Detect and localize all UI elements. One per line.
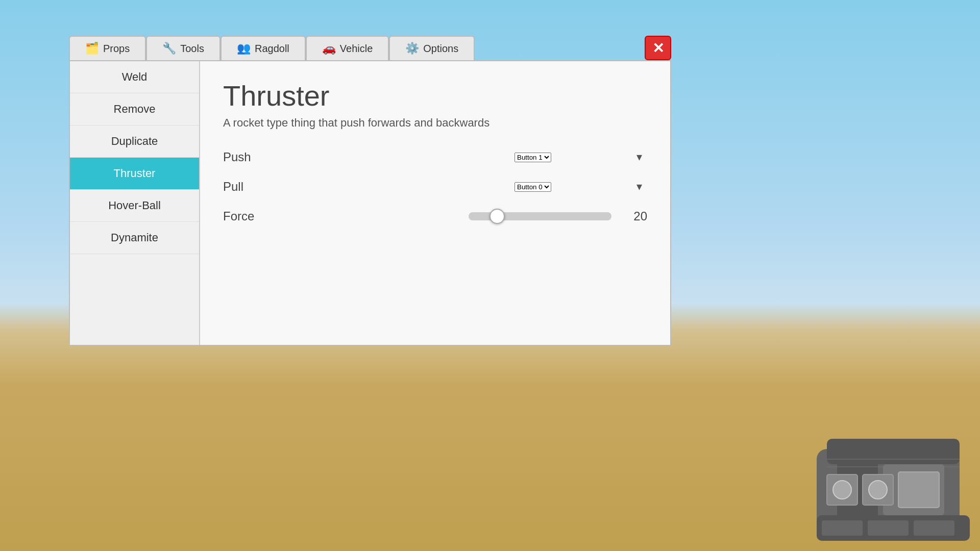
sidebar-item-duplicate[interactable]: Duplicate xyxy=(70,126,199,158)
pull-dropdown-wrapper: Button 0 Button 1 Button 2 Button 3 Butt… xyxy=(514,182,647,192)
push-dropdown-arrow: ▾ xyxy=(636,151,642,164)
sidebar-item-remove[interactable]: Remove xyxy=(70,93,199,126)
options-icon: ⚙️ xyxy=(405,42,419,55)
ragdoll-icon: 👥 xyxy=(237,42,251,55)
sidebar-item-hover-ball[interactable]: Hover-Ball xyxy=(70,190,199,222)
tab-props-label: Props xyxy=(103,43,130,55)
tab-bar: 🗂️ Props 🔧 Tools 👥 Ragdoll 🚗 Vehicle ⚙️ … xyxy=(69,36,671,60)
vehicle-icon: 🚗 xyxy=(322,42,336,55)
svg-rect-12 xyxy=(914,520,954,536)
force-slider-track[interactable] xyxy=(469,212,611,220)
push-control-row: Push Button 0 Button 1 Button 2 Button 3… xyxy=(223,150,647,164)
main-content: Weld Remove Duplicate Thruster Hover-Bal… xyxy=(69,60,671,346)
svg-point-7 xyxy=(833,481,851,499)
tab-ragdoll-label: Ragdoll xyxy=(255,43,289,55)
close-button[interactable]: ✕ xyxy=(645,36,671,60)
force-slider-container: 20 xyxy=(469,209,647,223)
svg-rect-11 xyxy=(868,520,909,536)
pull-control-row: Pull Button 0 Button 1 Button 2 Button 3… xyxy=(223,180,647,194)
tab-options[interactable]: ⚙️ Options xyxy=(389,36,475,60)
right-panel: Thruster A rocket type thing that push f… xyxy=(200,61,670,345)
panel-title: Thruster xyxy=(223,79,647,112)
sidebar: Weld Remove Duplicate Thruster Hover-Bal… xyxy=(70,61,200,345)
push-dropdown-wrapper: Button 0 Button 1 Button 2 Button 3 Butt… xyxy=(514,153,647,162)
tab-ragdoll[interactable]: 👥 Ragdoll xyxy=(220,36,306,60)
tab-options-label: Options xyxy=(423,43,458,55)
sidebar-item-dynamite[interactable]: Dynamite xyxy=(70,222,199,254)
force-slider-thumb[interactable] xyxy=(489,209,505,224)
tab-tools-label: Tools xyxy=(180,43,204,55)
player-character xyxy=(725,357,980,551)
tab-tools[interactable]: 🔧 Tools xyxy=(146,36,220,60)
ui-window: 🗂️ Props 🔧 Tools 👥 Ragdoll 🚗 Vehicle ⚙️ … xyxy=(69,36,671,346)
props-icon: 🗂️ xyxy=(85,42,99,55)
push-dropdown[interactable]: Button 0 Button 1 Button 2 Button 3 Butt… xyxy=(514,153,551,162)
pull-label: Pull xyxy=(223,180,325,194)
pull-dropdown-arrow: ▾ xyxy=(636,180,642,193)
pull-dropdown[interactable]: Button 0 Button 1 Button 2 Button 3 Butt… xyxy=(514,182,551,192)
force-label: Force xyxy=(223,209,325,223)
tab-vehicle-label: Vehicle xyxy=(340,43,373,55)
push-label: Push xyxy=(223,150,325,164)
sidebar-item-thruster[interactable]: Thruster xyxy=(70,158,199,190)
force-slider-value: 20 xyxy=(622,209,647,223)
panel-description: A rocket type thing that push forwards a… xyxy=(223,116,647,130)
tools-icon: 🔧 xyxy=(162,42,176,55)
tab-props[interactable]: 🗂️ Props xyxy=(69,36,146,60)
sidebar-item-weld[interactable]: Weld xyxy=(70,61,199,93)
svg-point-8 xyxy=(869,481,887,499)
gun-svg xyxy=(725,357,980,551)
svg-rect-6 xyxy=(898,472,939,508)
force-control-row: Force 20 xyxy=(223,209,647,223)
svg-rect-10 xyxy=(822,520,863,536)
tab-vehicle[interactable]: 🚗 Vehicle xyxy=(306,36,389,60)
